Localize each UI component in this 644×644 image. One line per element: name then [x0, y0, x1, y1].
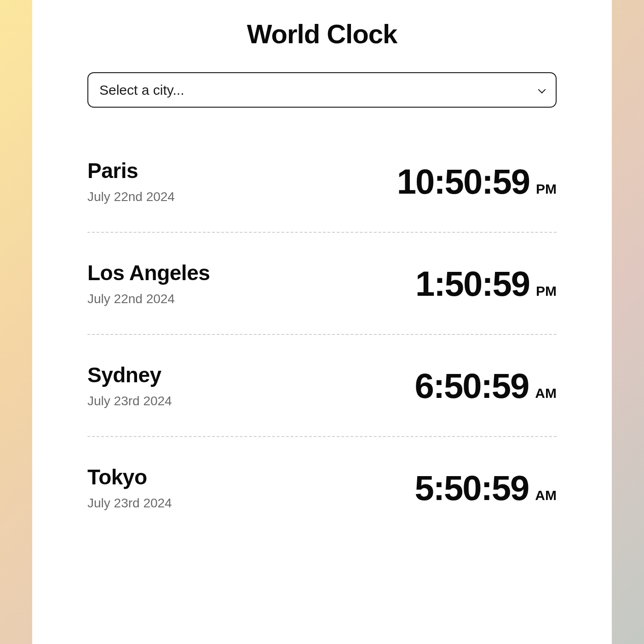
time-value: 6:50:59 [414, 366, 529, 406]
city-date: July 23rd 2024 [87, 394, 172, 408]
time-period: AM [535, 488, 557, 503]
time-value: 1:50:59 [415, 264, 529, 304]
clock-row: Los Angeles July 22nd 2024 1:50:59 PM [87, 233, 557, 335]
city-date: July 23rd 2024 [87, 496, 172, 511]
clock-row: Tokyo July 23rd 2024 5:50:59 AM [87, 437, 557, 538]
world-clock-card: World Clock Select a city... Paris July … [32, 0, 612, 644]
city-info: Paris July 22nd 2024 [87, 158, 175, 204]
city-select-wrapper: Select a city... [87, 72, 557, 108]
time-info: 6:50:59 AM [414, 366, 557, 406]
page-title: World Clock [87, 18, 557, 49]
city-info: Tokyo July 23rd 2024 [87, 465, 172, 511]
city-name: Tokyo [87, 465, 172, 489]
time-info: 10:50:59 PM [397, 161, 557, 201]
clock-list: Paris July 22nd 2024 10:50:59 PM Los Ang… [87, 131, 557, 538]
time-period: PM [536, 181, 557, 197]
city-name: Los Angeles [87, 260, 210, 285]
clock-row: Paris July 22nd 2024 10:50:59 PM [87, 131, 557, 233]
city-name: Paris [87, 158, 175, 183]
city-info: Sydney July 23rd 2024 [87, 362, 172, 408]
time-value: 10:50:59 [397, 161, 529, 201]
time-value: 5:50:59 [414, 468, 529, 508]
city-name: Sydney [87, 362, 172, 387]
city-info: Los Angeles July 22nd 2024 [87, 260, 210, 306]
city-select[interactable]: Select a city... [87, 72, 557, 108]
time-period: AM [535, 385, 557, 401]
time-period: PM [536, 283, 557, 299]
city-date: July 22nd 2024 [87, 292, 210, 306]
clock-row: Sydney July 23rd 2024 6:50:59 AM [87, 335, 557, 437]
time-info: 1:50:59 PM [415, 264, 557, 304]
city-date: July 22nd 2024 [87, 190, 175, 204]
time-info: 5:50:59 AM [414, 468, 557, 508]
